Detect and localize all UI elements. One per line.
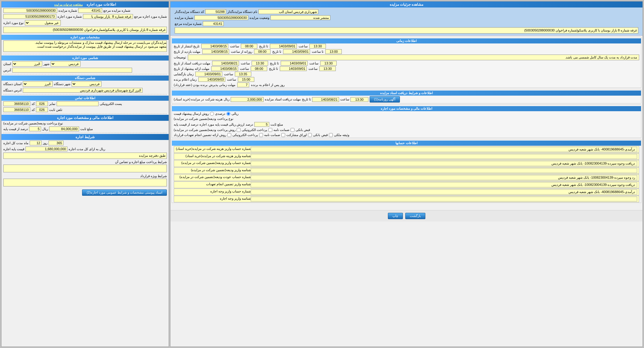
mashakhasat-header: مشخصات مورد اجاره: [1, 35, 169, 40]
elam-date[interactable]: [198, 77, 225, 82]
mohlat-roz-input[interactable]: [237, 82, 249, 87]
daryaft-ta-date[interactable]: [281, 61, 308, 66]
daryaft-ta-time[interactable]: [320, 61, 337, 66]
ejare-number-input[interactable]: [3, 14, 56, 19]
avarag-checkbox[interactable]: [281, 133, 285, 137]
mali-ta-time[interactable]: [350, 97, 368, 102]
mohlat-ta-time[interactable]: [325, 49, 342, 54]
ravesh-riyali-radio[interactable]: [226, 112, 230, 116]
onvan-row: غرفه شماره 8 بازار بوستان با کاربری پلاس…: [1, 26, 169, 34]
dastgah-name-input[interactable]: [258, 9, 318, 14]
top-info-block: نام دستگاه مزایده‌گذار کد دستگاه مزایده‌…: [170, 7, 643, 36]
mohlat-az-time[interactable]: [254, 49, 270, 54]
darsad-input[interactable]: [29, 126, 41, 131]
ejare-marja-input[interactable]: [83, 14, 133, 19]
vasighe-checkbox[interactable]: [329, 133, 333, 137]
pishnahad-az-date[interactable]: [211, 66, 238, 71]
vaziat-input[interactable]: [270, 15, 330, 20]
modat-mah-input[interactable]: [30, 141, 42, 145]
right-panel: مشاهده جزئیات مزایده نام دستگاه مزایده‌گ…: [170, 1, 643, 347]
hesab-row-5: رد وجوه سپرده-100823004139- بانک شهر شعب…: [174, 174, 639, 181]
mohlat-pardakht-row: روز پس از اعلام به برنده مهلت زمانی پذیر…: [172, 82, 641, 88]
pardakht2-checkbox[interactable]: [227, 133, 231, 137]
hesab-row-2: شناسه واریز هزینه شرکت در مزایده(خرید اس…: [174, 153, 639, 160]
dastgah-adres-input[interactable]: [23, 88, 143, 93]
ostan-select[interactable]: البرز: [12, 61, 42, 67]
telefon-input[interactable]: [3, 107, 30, 112]
namaber-kod-input[interactable]: [36, 101, 48, 106]
pishnahad-ta-time[interactable]: [319, 66, 336, 71]
adres-input[interactable]: [12, 68, 132, 73]
mazayade-right-input[interactable]: [194, 15, 248, 20]
mablagh-input[interactable]: [49, 126, 79, 131]
nov-select[interactable]: غیر منقول: [25, 20, 61, 25]
zamani-header: اطلاعات زمانی: [172, 38, 641, 43]
mazayade-number-input[interactable]: [3, 8, 57, 13]
namaber-input[interactable]: [3, 101, 30, 106]
ejare-ravesh-row: وثیقه ملکی قبض بانکی اوراق مشارکت ضمانت …: [172, 132, 641, 138]
hesabha-block: اطلاعات حسابها درآمدی-400819688645- بانک…: [172, 139, 641, 203]
shahr-select[interactable]: فردیس: [51, 61, 81, 67]
mohlat-ta-date[interactable]: [283, 49, 310, 54]
pishnahad-row: ساعت تا تاریخ ساعت مهلت ارائه پیشنهاد از…: [172, 66, 641, 71]
enteshar-ta-date[interactable]: [270, 44, 297, 49]
mazayade-number-row: شماره مزایده مرجع شماره مزایده: [1, 7, 169, 13]
shonasi-ejare-header: شناسی مورد اجاره: [1, 55, 169, 61]
marja-number-input[interactable]: [78, 8, 102, 13]
modat-roz-input[interactable]: [49, 141, 64, 145]
mali-ta-date[interactable]: [312, 97, 339, 102]
ejare-number-row: شماره مورد اجاره مرجع شماره مورد اجاره: [1, 13, 169, 19]
pishnahad-az-time[interactable]: [251, 66, 267, 71]
hoghugh-input[interactable]: [231, 97, 264, 102]
hesab-row-4: شناسه واریز ودیعه(تضمین شرکت در مزایده): [174, 167, 639, 174]
sharait-vije-textarea[interactable]: [3, 179, 167, 186]
hesab-row-6: دریافت وجوه سپرده-100823004139- بانک شهر…: [174, 181, 639, 188]
ejare-darsad-row: مبلغ ثابت درصد ارزش ریالی قیمت پایه مورد…: [172, 121, 641, 127]
mohlat-az-date[interactable]: [202, 49, 229, 54]
ghabs2-checkbox[interactable]: [308, 133, 312, 137]
shonasi-dastgah-header: شناسی دستگاه: [1, 76, 169, 81]
agahi-btn[interactable]: آگهی روزنامه(1): [370, 96, 400, 103]
bazgasht-btn[interactable]: بازگشت: [405, 213, 425, 219]
marja-right-input[interactable]: [203, 21, 224, 26]
post-input[interactable]: [57, 101, 99, 106]
description-textarea[interactable]: مزایده‌گران می‌بایست در مرحله ارسال پیشن…: [3, 40, 167, 52]
enteshar-az-time[interactable]: [241, 44, 257, 49]
zamani-block: اطلاعات زمانی ساعت تا تاریخ ساعت تاریخ ا…: [172, 37, 641, 88]
daryaft-row: ساعت تا تاریخ ساعت مهلت دریافت اسناد از …: [172, 61, 641, 66]
chap-btn[interactable]: چاپ: [388, 213, 403, 219]
telefon-row: پست الکترونیکی نمابر کد: [1, 101, 169, 107]
dastgah-ostan-select[interactable]: البرز: [23, 81, 53, 87]
zamanat2-checkbox[interactable]: [259, 133, 263, 137]
right-panel-header: مشاهده جزئیات مزایده: [170, 1, 643, 7]
zamanat-checkbox[interactable]: [268, 128, 272, 132]
kod-input[interactable]: [205, 9, 226, 14]
view-details-link[interactable]: مشاهده جزئیات مزایده: [54, 3, 83, 6]
description-row: مزایده‌گران می‌بایست در مرحله ارسال پیشن…: [1, 40, 169, 53]
pishnahad-ta-date[interactable]: [280, 66, 307, 71]
enteshar-az-date[interactable]: [201, 44, 228, 49]
ghabs-checkbox[interactable]: [291, 128, 294, 132]
ejare-mali-header: اطلاعات مالی و مشخصات مورد اجاره: [172, 106, 641, 111]
baz-time[interactable]: [235, 72, 251, 76]
daryaft-az-time[interactable]: [252, 61, 268, 66]
ostan-shahr-row: فردیس شهر البرز استان: [1, 61, 169, 67]
sharait-header: شرایط اجاره: [1, 134, 169, 140]
mazayade-number-right-row: وضعیت مزایده شماره مزایده: [173, 15, 640, 21]
sharait-mablagh-textarea[interactable]: [3, 165, 167, 172]
ravesh-darsad-radio[interactable]: [210, 112, 214, 116]
ejare-darsad-input[interactable]: [254, 122, 269, 127]
daryaft-az-date[interactable]: [212, 61, 239, 66]
ejare-mali-block: اطلاعات مالی و مشخصات مورد اجاره ریالی د…: [172, 105, 641, 138]
telefon-kod-input[interactable]: [36, 107, 48, 112]
asnad-btn[interactable]: اسناد پیوستی مشخصات و شرایط عمومی مورد ا…: [82, 189, 167, 196]
sharait-vije: شرایط ویژه قرارداد: [1, 174, 169, 188]
dastgah-shahr-select[interactable]: فردیس: [72, 81, 102, 87]
gheymat-input[interactable]: [25, 147, 67, 151]
left-panel: اطلاعات مورد اجاره مشاهده جزئیات مزایده …: [1, 1, 169, 347]
elam-time[interactable]: [238, 77, 254, 82]
ravesh-row: ریالی درصدی روش ارسال پیشنهاد قیمت: [172, 111, 641, 116]
baz-date[interactable]: [195, 72, 222, 76]
enteshar-ta-time[interactable]: [309, 44, 326, 49]
pardakht-checkbox[interactable]: [237, 128, 241, 132]
